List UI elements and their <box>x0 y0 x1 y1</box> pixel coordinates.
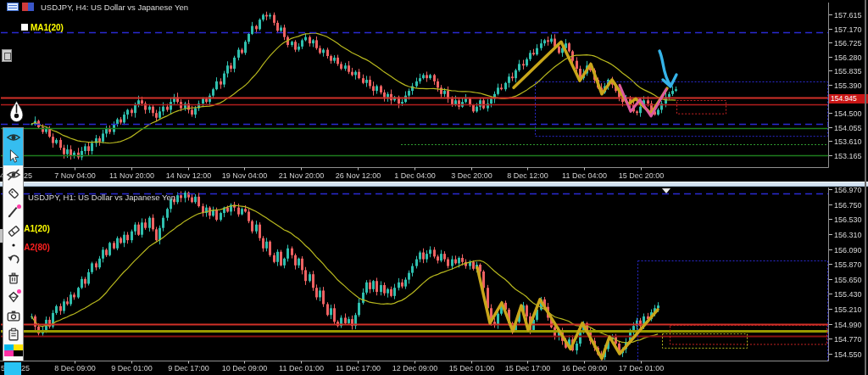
price-tick: 155.390 <box>834 81 862 90</box>
time-tick: 21 Nov 20:00 <box>279 171 325 180</box>
time-tick: 11 Dec 04:00 <box>562 171 607 180</box>
time-tick: 8 Dec 09:00 <box>54 364 96 372</box>
price-tick: 154.055 <box>834 124 862 132</box>
active-color-swatch[interactable] <box>4 362 21 375</box>
price-tick: 154.770 <box>834 335 862 344</box>
bucket-tool-icon[interactable] <box>3 288 23 306</box>
time-tick: 19 Nov 04:00 <box>222 171 268 180</box>
time-tick: 3 Dec 20:00 <box>451 171 492 180</box>
time-tick: 1 Dec 04:00 <box>394 171 436 180</box>
one-click-trading-icon[interactable] <box>22 3 34 11</box>
time-tick: 12 Dec 09:00 <box>392 364 438 372</box>
window-border <box>865 0 866 375</box>
collapsed-panel-icon[interactable] <box>2 49 12 62</box>
time-tick: 15 Dec 20:00 <box>619 171 665 180</box>
time-tick: 17 Dec 01:00 <box>619 364 665 372</box>
current-price-marker: 154.945 <box>829 94 868 104</box>
price-tick: 154.550 <box>834 350 862 359</box>
price-tick: 155.835 <box>834 67 862 76</box>
chart-window-icon[interactable] <box>7 3 19 11</box>
color-palette <box>3 344 23 356</box>
price-tick: 154.990 <box>834 321 862 329</box>
time-tick: 11 Dec 01:00 <box>279 364 324 372</box>
price-tick: 153.165 <box>834 152 862 160</box>
cursor-tool-icon[interactable] <box>3 147 23 165</box>
time-tick: 15 Dec 01:00 <box>449 364 495 372</box>
toolbar-handle[interactable] <box>0 229 3 243</box>
price-tick: 156.725 <box>834 39 862 48</box>
time-tick: 26 Nov 12:00 <box>336 171 381 180</box>
price-tick: 155.650 <box>834 276 862 284</box>
time-tick: 10 Dec 09:00 <box>222 364 268 372</box>
chart-shift-marker-icon <box>662 188 670 193</box>
price-tick: 156.280 <box>834 53 862 62</box>
price-tick: 155.870 <box>834 260 862 269</box>
h4-ma1-legend: MA1(20) <box>31 23 64 32</box>
hide-eye-tool-icon[interactable] <box>3 165 23 184</box>
camera-tool-icon[interactable] <box>3 306 23 325</box>
time-tick: 7 Nov 04:00 <box>54 171 96 180</box>
price-tick: 156.970 <box>834 186 862 194</box>
color-swatch[interactable] <box>14 344 23 350</box>
h4-chart-title: USDJPY, H4: US Dollar vs Japanese Yen <box>41 3 188 12</box>
down-arrow-annotation-icon <box>653 45 683 94</box>
undo-tool-icon[interactable] <box>3 250 23 269</box>
time-tick: 14 Nov 12:00 <box>166 171 212 180</box>
time-tick: 9 Dec 01:00 <box>111 364 153 372</box>
size-dot-tool-icon[interactable] <box>3 240 23 250</box>
time-tick: 15 Dec 17:00 <box>505 364 551 372</box>
price-tick: 156.750 <box>834 201 862 210</box>
color-swatch[interactable] <box>4 344 14 350</box>
price-tick: 154.500 <box>834 109 862 118</box>
price-tick: 156.090 <box>834 246 862 255</box>
time-tick-fragment: 25 <box>21 364 30 372</box>
price-tick: 157.170 <box>834 25 862 34</box>
tag-tool-icon[interactable] <box>3 184 23 203</box>
trash-tool-icon[interactable] <box>3 269 23 288</box>
annotation-toolbar <box>3 127 24 361</box>
eye-tool-icon[interactable] <box>3 128 23 147</box>
trading-platform-window: USDJPY, H4: US Dollar vs Japanese Yen MA… <box>0 0 868 375</box>
time-tick: 8 Dec 12:00 <box>507 171 548 180</box>
clipboard-tool-icon[interactable] <box>3 325 23 344</box>
color-swatch[interactable] <box>4 350 14 356</box>
price-tick: 156.530 <box>834 215 862 224</box>
time-tick: 16 Dec 09:00 <box>562 364 608 372</box>
chart-canvas[interactable] <box>0 0 868 375</box>
color-swatch[interactable] <box>14 350 23 356</box>
time-tick: 11 Nov 20:00 <box>109 171 154 180</box>
time-tick-fragment: 25 <box>24 171 32 180</box>
pen-tool-icon[interactable] <box>3 203 23 221</box>
price-tick: 156.310 <box>834 231 862 239</box>
price-tick: 157.615 <box>834 11 862 20</box>
time-tick: 11 Dec 17:00 <box>336 364 381 372</box>
ma1-checkbox[interactable] <box>21 24 28 31</box>
h1-chart-title: USDJPY, H1: US Dollar vs Japanese Yen <box>28 193 175 202</box>
price-tick: 153.610 <box>834 137 862 146</box>
pen-nib-icon[interactable] <box>9 100 24 126</box>
time-tick: 9 Dec 17:00 <box>168 364 209 372</box>
price-tick: 155.210 <box>834 305 862 314</box>
price-tick: 155.430 <box>834 290 862 299</box>
window-splitter[interactable] <box>0 182 868 187</box>
